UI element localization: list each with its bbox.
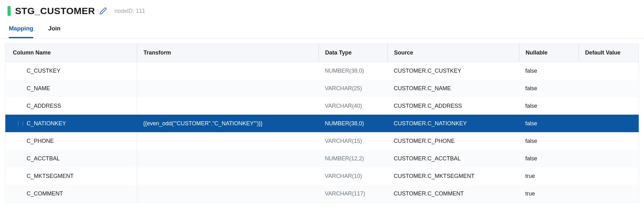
- mapping-table: Column Name Transform Data Type Source N…: [5, 44, 639, 203]
- cell-transform: [137, 101, 319, 110]
- tab-bar: Mapping Join: [0, 19, 644, 39]
- cell-transform: [137, 154, 319, 163]
- table-row[interactable]: C_ACCTBALNUMBER(12,2)CUSTOMER.C_ACCTBALf…: [5, 150, 639, 167]
- cell-nullable: false: [519, 116, 579, 131]
- cell-nullable: false: [519, 98, 579, 114]
- cell-nullable: false: [519, 63, 579, 79]
- column-divider: [137, 150, 137, 167]
- header-nullable[interactable]: Nullable: [519, 44, 579, 62]
- column-divider: [137, 97, 137, 115]
- cell-default-value: [579, 189, 639, 198]
- cell-transform: {{even_odd('"CUSTOMER"."C_NATIONKEY"')}}: [137, 116, 319, 131]
- tab-mapping[interactable]: Mapping: [9, 25, 33, 38]
- cell-column-name: C_CUSTKEY: [5, 63, 137, 79]
- header-transform[interactable]: Transform: [137, 44, 319, 62]
- cell-default-value: [579, 137, 639, 145]
- cell-nullable: false: [519, 151, 579, 166]
- cell-data-type: NUMBER(12,2): [319, 151, 387, 166]
- cell-data-type: NUMBER(38,0): [319, 63, 387, 79]
- column-divider: [137, 167, 137, 185]
- cell-data-type: VARCHAR(15): [319, 133, 387, 149]
- cell-column-name: C_PHONE: [5, 133, 137, 149]
- column-divider: [137, 185, 137, 202]
- column-divider: [137, 132, 137, 150]
- table-row[interactable]: C_NAMEVARCHAR(25)CUSTOMER.C_NAMEfalse: [5, 80, 639, 97]
- cell-default-value: [579, 66, 639, 75]
- node-id-label: nodeID: 111: [114, 8, 145, 14]
- cell-transform: [137, 137, 319, 145]
- table-body: C_CUSTKEYNUMBER(38,0)CUSTOMER.C_CUSTKEYf…: [5, 62, 639, 202]
- cell-nullable: true: [519, 186, 579, 201]
- header-source[interactable]: Source: [387, 44, 519, 62]
- cell-source: CUSTOMER.C_ADDRESS: [387, 98, 519, 114]
- column-divider: [137, 80, 137, 97]
- cell-transform: [137, 66, 319, 75]
- cell-source: CUSTOMER.C_NATIONKEY: [387, 116, 519, 131]
- cell-nullable: false: [519, 133, 579, 149]
- cell-column-name: C_NAME: [5, 81, 137, 96]
- drag-handle-icon[interactable]: ⋮⋮⋮: [16, 121, 30, 126]
- cell-column-name: C_ADDRESS: [5, 98, 137, 114]
- table-row[interactable]: C_PHONEVARCHAR(15)CUSTOMER.C_PHONEfalse: [5, 132, 639, 150]
- cell-default-value: [579, 119, 639, 128]
- table-row[interactable]: C_COMMENTVARCHAR(117)CUSTOMER.C_COMMENTt…: [5, 185, 639, 202]
- cell-default-value: [579, 84, 639, 93]
- cell-column-name: C_COMMENT: [5, 186, 137, 201]
- header-column-name[interactable]: Column Name: [5, 44, 137, 62]
- node-type-badge: [8, 6, 11, 16]
- cell-source: CUSTOMER.C_PHONE: [387, 133, 519, 149]
- column-divider: [137, 62, 137, 80]
- cell-column-name: C_ACCTBAL: [5, 151, 137, 166]
- table-row[interactable]: C_MKTSEGMENTVARCHAR(10)CUSTOMER.C_MKTSEG…: [5, 167, 639, 185]
- cell-default-value: [579, 101, 639, 110]
- page-title: STG_CUSTOMER: [15, 6, 95, 16]
- tab-join[interactable]: Join: [48, 25, 60, 38]
- cell-source: CUSTOMER.C_ACCTBAL: [387, 151, 519, 166]
- cell-transform: [137, 172, 319, 180]
- column-divider: [137, 115, 137, 132]
- cell-source: CUSTOMER.C_NAME: [387, 81, 519, 96]
- header-data-type[interactable]: Data Type: [319, 44, 387, 62]
- page-header: STG_CUSTOMER nodeID: 111: [0, 0, 644, 19]
- cell-data-type: VARCHAR(40): [319, 98, 387, 114]
- cell-transform: [137, 84, 319, 93]
- cell-source: CUSTOMER.C_COMMENT: [387, 186, 519, 201]
- table-row[interactable]: C_CUSTKEYNUMBER(38,0)CUSTOMER.C_CUSTKEYf…: [5, 62, 639, 80]
- header-default-value[interactable]: Default Value: [579, 44, 639, 62]
- cell-nullable: true: [519, 169, 579, 184]
- cell-default-value: [579, 154, 639, 163]
- table-row[interactable]: ⋮⋮⋮C_NATIONKEY{{even_odd('"CUSTOMER"."C_…: [5, 115, 639, 132]
- cell-column-name: C_MKTSEGMENT: [5, 169, 137, 184]
- cell-source: CUSTOMER.C_MKTSEGMENT: [387, 169, 519, 184]
- table-row[interactable]: C_ADDRESSVARCHAR(40)CUSTOMER.C_ADDRESSfa…: [5, 97, 639, 115]
- mapping-table-wrap: Column Name Transform Data Type Source N…: [0, 39, 644, 208]
- cell-data-type: VARCHAR(10): [319, 169, 387, 184]
- cell-nullable: false: [519, 81, 579, 96]
- cell-data-type: VARCHAR(25): [319, 81, 387, 96]
- table-header-row: Column Name Transform Data Type Source N…: [5, 44, 639, 62]
- cell-data-type: VARCHAR(117): [319, 186, 387, 201]
- cell-default-value: [579, 172, 639, 180]
- cell-data-type: NUMBER(38,0): [319, 116, 387, 131]
- edit-title-icon[interactable]: [99, 7, 107, 15]
- cell-source: CUSTOMER.C_CUSTKEY: [387, 63, 519, 79]
- cell-transform: [137, 189, 319, 198]
